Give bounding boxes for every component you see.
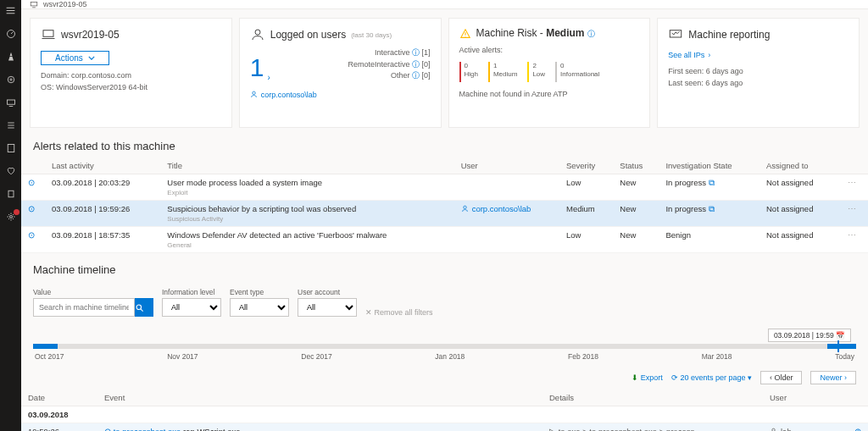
breadcrumb-name: wsvr2019-05 xyxy=(43,0,87,8)
user-link-text: corp.contoso\lab xyxy=(261,91,317,99)
reports-icon[interactable] xyxy=(5,142,16,153)
list-icon[interactable] xyxy=(5,119,16,130)
breadcrumb: wsvr2019-05 xyxy=(21,0,868,9)
col-sev[interactable]: Severity xyxy=(559,157,613,174)
card-machine: wsvr2019-05 Actions Domain: corp.contoso… xyxy=(30,18,232,128)
svg-point-12 xyxy=(463,206,465,208)
svg-rect-7 xyxy=(31,3,37,6)
machine-os: OS: WindowsServer2019 64-bit xyxy=(41,82,221,94)
timeline-track[interactable]: 03.09.2018 | 19:59 📅 xyxy=(33,344,856,349)
users-breakdown: Interactive ⓘ [1]RemoteInteractive ⓘ [0]… xyxy=(348,47,430,82)
col-title[interactable]: Title xyxy=(160,157,453,174)
svg-rect-11 xyxy=(670,30,682,37)
user-account-select[interactable]: All xyxy=(298,298,357,317)
active-alerts-label: Active alerts: xyxy=(459,45,640,57)
ecol-user[interactable]: User xyxy=(763,390,848,406)
last-seen: Last seen: 6 days ago xyxy=(668,78,849,90)
alerts-table: Last activity Title User Severity Status… xyxy=(21,157,868,253)
svg-rect-5 xyxy=(8,191,14,197)
actions-label: Actions xyxy=(55,53,83,63)
automated-icon[interactable] xyxy=(5,74,16,85)
see-ips-link[interactable]: See all IPs › xyxy=(668,51,849,59)
risk-note: Machine not found in Azure ATP xyxy=(459,89,640,101)
see-ips-text: See all IPs xyxy=(668,51,704,59)
search-input[interactable] xyxy=(33,298,135,317)
dashboard-icon[interactable] xyxy=(5,28,16,39)
svg-rect-4 xyxy=(8,144,14,152)
alert-row[interactable]: ⊙03.09.2018 | 20:03:29User mode process … xyxy=(21,174,868,201)
timeline-heading: Machine timeline xyxy=(21,260,868,281)
timeline-track-wrap: 03.09.2018 | 19:59 📅 Oct 2017Nov 2017Dec… xyxy=(21,323,868,366)
host-icon xyxy=(30,0,38,8)
alerts-heading: Alerts related to this machine xyxy=(21,136,868,157)
col-inv[interactable]: Investigation State xyxy=(659,157,760,174)
ecol-event[interactable]: Event xyxy=(97,390,542,406)
event-type-select[interactable]: All xyxy=(230,298,289,317)
filter-etype-label: Event type xyxy=(230,288,289,296)
laptop-icon xyxy=(41,27,56,42)
svg-point-2 xyxy=(9,78,11,80)
event-date-row: 03.09.2018 xyxy=(21,406,868,423)
card-risk: Machine Risk - Medium ⓘ Active alerts: 0… xyxy=(448,18,651,128)
alert-row[interactable]: ⊙03.09.2018 | 18:57:35Windows Defender A… xyxy=(21,227,868,253)
info-level-select[interactable]: All xyxy=(162,298,221,317)
filter-value-label: Value xyxy=(33,288,153,296)
alerts-icon[interactable] xyxy=(5,51,16,62)
export-button[interactable]: ⬇Export xyxy=(632,373,663,382)
ecol-details[interactable]: Details xyxy=(542,390,763,406)
main-content: wsvr2019-05 wsvr2019-05 Actions Domain: … xyxy=(21,0,868,431)
nav-rail xyxy=(0,0,21,431)
svg-point-6 xyxy=(9,215,12,218)
newer-button[interactable]: Newer › xyxy=(810,371,856,384)
timeline-labels: Oct 2017Nov 2017Dec 2017Jan 2018Feb 2018… xyxy=(33,352,856,361)
reporting-icon xyxy=(668,27,683,42)
user-small-icon xyxy=(250,91,258,98)
col-user[interactable]: User xyxy=(454,157,559,174)
info-icon[interactable]: ⓘ xyxy=(587,30,595,38)
svg-point-13 xyxy=(136,305,142,310)
alert-row[interactable]: ⊙03.09.2018 | 19:59:26Suspicious behavio… xyxy=(21,201,868,227)
older-button[interactable]: ‹ Older xyxy=(760,371,803,384)
col-asg[interactable]: Assigned to xyxy=(760,157,836,174)
users-subtitle: (last 30 days) xyxy=(351,31,392,39)
svg-rect-8 xyxy=(43,30,53,37)
first-seen: First seen: 6 days ago xyxy=(668,66,849,78)
card-users: Logged on users (last 30 days) 1 › Inter… xyxy=(239,18,442,128)
svg-point-9 xyxy=(255,30,260,35)
svg-point-10 xyxy=(253,91,255,94)
users-count-value: 1 xyxy=(250,53,264,82)
risk-title: Machine Risk - Medium ⓘ xyxy=(476,27,595,40)
filter-user-label: User account xyxy=(298,288,357,296)
timeline-toolbar: ⬇Export ⟳ 20 events per page ▾ ‹ Older N… xyxy=(21,366,868,390)
filter-info-label: Information level xyxy=(162,288,221,296)
user-link[interactable]: corp.contoso\lab xyxy=(250,91,431,99)
menu-icon[interactable] xyxy=(5,5,16,16)
actions-button[interactable]: Actions xyxy=(41,51,109,65)
tutorials-icon[interactable] xyxy=(5,188,16,199)
chevron-right-icon: › xyxy=(708,51,710,59)
page-size-select[interactable]: ⟳ 20 events per page ▾ xyxy=(671,373,752,382)
events-table: Date Event Details User 03.09.201819:59:… xyxy=(21,390,868,431)
search-icon xyxy=(135,303,144,312)
col-last[interactable]: Last activity xyxy=(45,157,160,174)
settings-icon[interactable] xyxy=(5,211,16,222)
event-row[interactable]: 19:59:26⊙ te.processhost.exe ran WScript… xyxy=(21,423,868,432)
remove-filters[interactable]: ✕ Remove all filters xyxy=(365,308,433,317)
users-count[interactable]: 1 › xyxy=(250,47,270,82)
machine-title: wsvr2019-05 xyxy=(61,29,120,41)
timeline-cursor[interactable] xyxy=(837,340,839,352)
col-status[interactable]: Status xyxy=(613,157,659,174)
chevron-right-icon: › xyxy=(267,73,270,82)
card-reporting: Machine reporting See all IPs › First se… xyxy=(657,18,860,128)
user-icon xyxy=(250,27,265,42)
risk-bars: 0High1Medium2Low0Informational xyxy=(459,62,640,82)
health-icon[interactable] xyxy=(5,165,16,176)
machine-domain: Domain: corp.contoso.com xyxy=(41,70,221,82)
warning-icon xyxy=(459,28,471,40)
users-title: Logged on users xyxy=(270,29,346,41)
reporting-title: Machine reporting xyxy=(688,29,770,41)
machine-icon[interactable] xyxy=(5,97,16,108)
ecol-date[interactable]: Date xyxy=(21,390,97,406)
search-button[interactable] xyxy=(135,298,153,317)
svg-point-1 xyxy=(8,76,14,83)
